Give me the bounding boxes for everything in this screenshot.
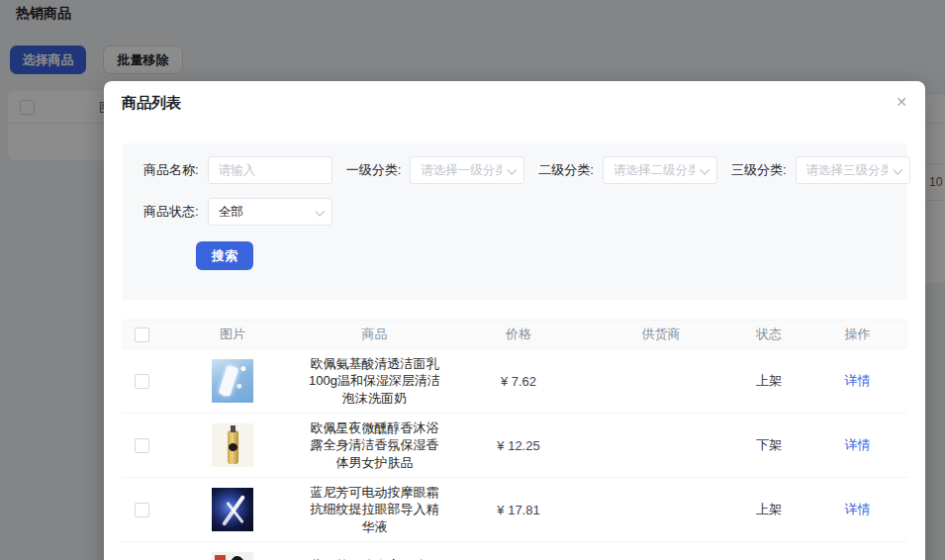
product-status-label: 商品状态: bbox=[143, 203, 199, 221]
product-price: ¥ 7.62 bbox=[501, 374, 536, 389]
chevron-down-icon bbox=[893, 165, 902, 175]
column-header-product: 商品 bbox=[362, 326, 388, 343]
product-name: 蓝尼芳可电动按摩眼霜抗细纹提拉眼部导入精华液 bbox=[304, 484, 445, 536]
close-icon[interactable]: ✕ bbox=[890, 90, 913, 114]
category1-label: 一级分类: bbox=[346, 161, 402, 179]
category3-placeholder: 请选择三级分类 bbox=[806, 162, 888, 179]
row-checkbox[interactable] bbox=[135, 374, 149, 389]
product-price: ¥ 17.81 bbox=[497, 503, 539, 517]
category2-label: 二级分类: bbox=[538, 161, 594, 179]
row-checkbox[interactable] bbox=[135, 438, 149, 453]
column-header-supplier: 供货商 bbox=[642, 326, 681, 343]
product-name: 欧佩星夜微醺醇香沐浴露全身清洁香氛保湿香体男女护肤品 bbox=[304, 420, 445, 472]
category3-select[interactable]: 请选择三级分类 bbox=[796, 156, 910, 184]
product-status: 下架 bbox=[756, 436, 782, 454]
table-row: 欧佩氨基酸清透洁面乳100g温和保湿深层清洁泡沫洗面奶 ¥ 7.62 上架 详情 bbox=[122, 349, 907, 414]
detail-link[interactable]: 详情 bbox=[845, 501, 871, 518]
product-name: 蓝尼芳可防脱育发洗发水滋养头皮丽雅 bbox=[304, 557, 445, 560]
category1-select[interactable]: 请选择一级分类 bbox=[410, 156, 524, 184]
category3-label: 三级分类: bbox=[731, 161, 787, 179]
category2-placeholder: 请选择二级分类 bbox=[614, 162, 695, 179]
product-name-input[interactable] bbox=[208, 156, 332, 184]
detail-link[interactable]: 详情 bbox=[845, 436, 871, 454]
table-header-row: 图片 商品 价格 供货商 状态 操作 bbox=[122, 320, 907, 349]
table-row: 欧佩星夜微醺醇香沐浴露全身清洁香氛保湿香体男女护肤品 ¥ 12.25 下架 详情 bbox=[122, 414, 907, 478]
product-table: 图片 商品 价格 供货商 状态 操作 欧佩氨基酸清透洁面乳100g温和保湿深层清… bbox=[122, 320, 907, 560]
product-image bbox=[212, 423, 253, 467]
product-list-modal: 商品列表 ✕ 商品名称: 一级分类: 请选择一级分类 二级分类: bbox=[104, 81, 925, 560]
column-header-price: 价格 bbox=[506, 326, 531, 343]
category1-placeholder: 请选择一级分类 bbox=[421, 162, 502, 179]
product-status-select[interactable]: 全部 bbox=[208, 198, 332, 226]
search-button[interactable]: 搜索 bbox=[196, 241, 253, 270]
chevron-down-icon bbox=[508, 165, 518, 175]
column-header-image: 图片 bbox=[220, 326, 245, 343]
product-name: 欧佩氨基酸清透洁面乳100g温和保湿深层清洁泡沫洗面奶 bbox=[304, 355, 445, 408]
product-image bbox=[212, 488, 253, 531]
row-checkbox[interactable] bbox=[135, 503, 149, 517]
product-name-label: 商品名称: bbox=[143, 161, 199, 179]
table-row: 蓝尼芳可防脱育发洗发水滋养头皮丽雅 bbox=[122, 542, 907, 560]
modal-title: 商品列表 bbox=[122, 94, 181, 113]
select-all-checkbox[interactable] bbox=[135, 327, 149, 342]
product-status: 上架 bbox=[756, 372, 782, 390]
chevron-down-icon bbox=[315, 207, 325, 217]
product-status: 上架 bbox=[756, 501, 782, 518]
product-status-value: 全部 bbox=[219, 204, 243, 221]
column-header-status: 状态 bbox=[756, 326, 782, 343]
chevron-down-icon bbox=[700, 165, 709, 175]
filter-panel: 商品名称: 一级分类: 请选择一级分类 二级分类: 请选择二级分类 bbox=[122, 143, 907, 300]
product-image bbox=[212, 359, 253, 403]
detail-link[interactable]: 详情 bbox=[845, 372, 871, 390]
product-image bbox=[212, 552, 253, 560]
product-price: ¥ 12.25 bbox=[497, 438, 539, 453]
category2-select[interactable]: 请选择二级分类 bbox=[603, 156, 717, 184]
screen: 热销商品 选择商品 批量移除 图片 10 商品列表 ✕ 商品名称: 一级分类: bbox=[0, 0, 945, 560]
column-header-action: 操作 bbox=[845, 326, 871, 343]
table-row: 蓝尼芳可电动按摩眼霜抗细纹提拉眼部导入精华液 ¥ 17.81 上架 详情 bbox=[122, 478, 907, 542]
